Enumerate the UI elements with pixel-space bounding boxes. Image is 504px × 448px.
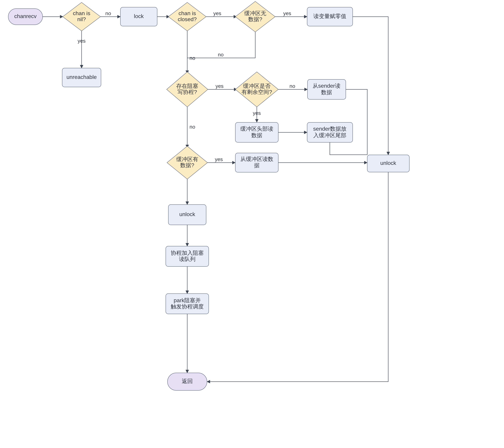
- text-tail-1: sender数据放: [313, 126, 346, 132]
- label-bufspace-yes: yes: [253, 110, 261, 116]
- text-park-1: park阻塞并: [174, 297, 201, 303]
- text-readbuf-2: 据: [254, 162, 260, 169]
- text-chanrecv: chanrecv: [14, 13, 36, 19]
- edge-readzero-to-unlock: [353, 17, 388, 155]
- text-blkw-1: 存在阻塞: [176, 83, 198, 89]
- text-return: 返回: [182, 378, 193, 384]
- flowchart-canvas: yes no yes no yes no yes no no yes yes: [0, 0, 504, 448]
- text-bufdata-1: 缓冲区有: [176, 156, 198, 162]
- edge-unlock-to-return: [207, 172, 388, 382]
- text-sender-2: 数据: [321, 89, 332, 96]
- edge-tail-to-unlock: [330, 142, 367, 155]
- label-bufspace-no: no: [289, 83, 295, 89]
- label-closed-yes: yes: [213, 10, 221, 16]
- text-bufhead-1: 缓冲区头部读: [240, 126, 273, 132]
- text-park-2: 触发协程调度: [171, 303, 204, 310]
- text-join-2: 读队列: [179, 256, 196, 262]
- text-readbuf-1: 从缓冲区读数: [240, 156, 273, 162]
- label-blkw-no: no: [189, 124, 195, 130]
- text-unreachable: unreachable: [67, 74, 97, 80]
- text-readzero: 读变量赋零值: [313, 13, 346, 19]
- text-tail-2: 入缓冲区尾部: [313, 132, 346, 138]
- text-closed-1: chan is: [179, 10, 196, 16]
- text-bufempty-2: 数据?: [248, 16, 262, 22]
- label-blkw-yes: yes: [216, 83, 224, 89]
- text-unlock-mid: unlock: [179, 211, 196, 217]
- text-bufempty-1: 缓冲区无: [244, 10, 266, 16]
- text-chan-is-nil-2: nil?: [77, 16, 86, 22]
- label-bufempty-no: no: [218, 52, 223, 58]
- label-bufdata-yes: yes: [215, 156, 223, 162]
- edge-sender-to-unlock: [346, 89, 367, 155]
- text-bufhead-2: 数据: [251, 132, 262, 138]
- text-closed-2: closed?: [178, 16, 197, 22]
- text-bufspace-2: 有剩余空间?: [242, 89, 272, 95]
- text-bufdata-2: 数据?: [180, 162, 194, 168]
- text-blkw-2: 写协程?: [178, 89, 197, 95]
- label-chan-is-nil-no: no: [105, 10, 111, 16]
- text-lock: lock: [134, 13, 144, 19]
- text-unlock-right: unlock: [380, 160, 396, 166]
- text-sender-1: 从sender读: [313, 83, 341, 89]
- label-chan-is-nil-yes: yes: [78, 38, 86, 44]
- text-chan-is-nil-1: chan is: [73, 10, 90, 16]
- text-bufspace-1: 缓冲区是否: [243, 83, 270, 89]
- text-join-1: 协程加入阻塞: [171, 250, 204, 256]
- label-bufempty-yes: yes: [283, 10, 291, 16]
